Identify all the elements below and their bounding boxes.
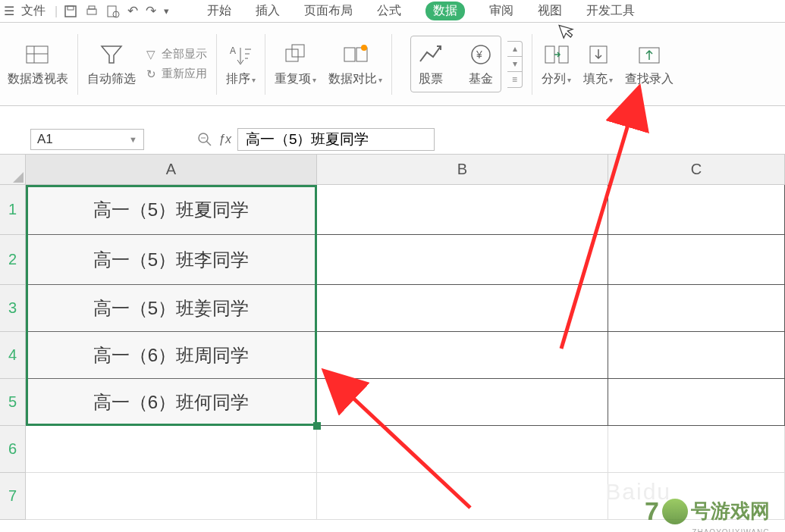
- menu-icon[interactable]: ☰: [2, 4, 17, 18]
- cell-A6[interactable]: [26, 426, 317, 473]
- chevron-down-icon: ▼: [129, 135, 137, 144]
- stocks-button[interactable]: 股票: [417, 41, 444, 87]
- quick-access-toolbar: ↶ ↷ ▾: [64, 3, 169, 19]
- cell-C6[interactable]: [608, 426, 785, 473]
- row-header-3[interactable]: 3: [0, 285, 26, 332]
- redo-icon[interactable]: ↷: [146, 3, 156, 19]
- cell-C1[interactable]: [608, 185, 785, 235]
- sort-icon: A: [228, 41, 255, 68]
- svg-text:¥: ¥: [476, 49, 482, 61]
- row-header-6[interactable]: 6: [0, 426, 26, 473]
- columns-icon: [543, 41, 570, 68]
- svg-rect-3: [89, 6, 95, 9]
- column-header-B[interactable]: B: [317, 155, 608, 185]
- autofilter-label: 自动筛选: [87, 71, 136, 87]
- find-entry-icon: [636, 41, 663, 68]
- cell-B1[interactable]: [317, 185, 608, 235]
- cell-C4[interactable]: [608, 332, 785, 379]
- zoom-out-icon[interactable]: [197, 132, 212, 147]
- funds-label: 基金: [469, 71, 493, 87]
- svg-line-27: [206, 141, 211, 146]
- compare-button[interactable]: 数据对比▾: [328, 41, 382, 87]
- save-icon[interactable]: [64, 5, 77, 18]
- row-header-7[interactable]: 7: [0, 473, 26, 520]
- gallery-expand[interactable]: ▴▾≡: [507, 41, 523, 88]
- formula-input[interactable]: 高一（5）班夏同学: [237, 128, 435, 151]
- fill-icon: [585, 41, 612, 68]
- cell-B3[interactable]: [317, 285, 608, 332]
- tab-start[interactable]: 开始: [207, 3, 231, 19]
- funds-button[interactable]: ¥ 基金: [467, 41, 495, 87]
- tab-dev[interactable]: 开发工具: [586, 3, 635, 19]
- funnel-clear-icon: ▽: [143, 47, 159, 62]
- print-icon[interactable]: [85, 5, 99, 18]
- fx-icon[interactable]: ƒx: [218, 133, 231, 146]
- tab-data[interactable]: 数据: [425, 2, 465, 20]
- svg-rect-0: [65, 6, 76, 17]
- reapply-label: 重新应用: [162, 67, 207, 81]
- cell-A2[interactable]: 高一（5）班李同学: [26, 235, 317, 285]
- print-preview-icon[interactable]: [106, 5, 120, 18]
- cell-C5[interactable]: [608, 379, 785, 426]
- datatype-gallery: 股票 ¥ 基金: [410, 36, 501, 92]
- cell-A7[interactable]: [26, 473, 317, 520]
- tab-pagelayout[interactable]: 页面布局: [304, 3, 353, 19]
- cell-A3[interactable]: 高一（5）班姜同学: [26, 285, 317, 332]
- row-header-1[interactable]: 1: [0, 185, 26, 235]
- cell-B7[interactable]: [317, 473, 608, 520]
- name-box[interactable]: A1 ▼: [30, 129, 144, 150]
- row-header-2[interactable]: 2: [0, 235, 26, 285]
- tab-formula[interactable]: 公式: [377, 3, 401, 19]
- text-to-columns-label: 分列: [542, 72, 566, 85]
- pivot-table-button[interactable]: 数据透视表: [8, 41, 68, 87]
- spreadsheet-grid: ABC 1234567 高一（5）班夏同学高一（5）班李同学高一（5）班姜同学高…: [0, 155, 785, 532]
- show-all-button[interactable]: ▽全部显示: [143, 47, 207, 62]
- row-header-5[interactable]: 5: [0, 379, 26, 426]
- cell-C3[interactable]: [608, 285, 785, 332]
- sort-button[interactable]: A 排序▾: [226, 41, 256, 87]
- cell-B6[interactable]: [317, 426, 608, 473]
- compare-icon: [342, 41, 369, 68]
- find-entry-button[interactable]: 查找录入: [625, 41, 674, 87]
- select-all-corner[interactable]: [0, 155, 26, 185]
- formula-bar: A1 ▼ ƒx 高一（5）班夏同学: [0, 124, 785, 155]
- stocks-icon: [417, 41, 444, 68]
- menu-file[interactable]: 文件: [21, 3, 46, 19]
- funds-icon: ¥: [467, 41, 495, 68]
- refresh-icon: ↻: [143, 67, 159, 82]
- separator: |: [55, 5, 58, 18]
- reapply-button[interactable]: ↻重新应用: [143, 67, 207, 82]
- cell-A4[interactable]: 高一（6）班周同学: [26, 332, 317, 379]
- watermark-text: 号游戏网: [691, 498, 770, 524]
- cell-B5[interactable]: [317, 379, 608, 426]
- svg-rect-21: [545, 46, 554, 63]
- cell-B2[interactable]: [317, 235, 608, 285]
- site-watermark: 7 号游戏网 ZHAOYOUXIWANG: [645, 496, 770, 526]
- svg-rect-2: [87, 9, 96, 14]
- formula-value: 高一（5）班夏同学: [246, 130, 369, 149]
- column-header-C[interactable]: C: [608, 155, 785, 185]
- qat-dropdown-icon[interactable]: ▾: [164, 5, 169, 17]
- duplicates-button[interactable]: 重复项▾: [275, 41, 316, 87]
- text-to-columns-button[interactable]: 分列▾: [542, 41, 571, 87]
- undo-icon[interactable]: ↶: [127, 3, 138, 19]
- name-box-value: A1: [37, 132, 53, 147]
- cell-A5[interactable]: 高一（6）班何同学: [26, 379, 317, 426]
- watermark-sub: ZHAOYOUXIWANG: [692, 528, 770, 532]
- svg-rect-6: [27, 46, 48, 63]
- tab-review[interactable]: 审阅: [489, 3, 513, 19]
- cell-A1[interactable]: 高一（5）班夏同学: [26, 185, 317, 235]
- cell-B4[interactable]: [317, 332, 608, 379]
- stocks-label: 股票: [419, 71, 443, 87]
- fill-button[interactable]: 填充▾: [583, 41, 613, 87]
- duplicates-label: 重复项: [275, 72, 311, 85]
- ball-icon: [662, 499, 688, 524]
- pivot-label: 数据透视表: [8, 71, 68, 87]
- fill-label: 填充: [583, 72, 608, 85]
- column-header-A[interactable]: A: [26, 155, 317, 185]
- autofilter-button[interactable]: 自动筛选: [87, 41, 136, 87]
- tab-insert[interactable]: 插入: [256, 3, 280, 19]
- tab-view[interactable]: 视图: [538, 3, 562, 19]
- row-header-4[interactable]: 4: [0, 332, 26, 379]
- cell-C2[interactable]: [608, 235, 785, 285]
